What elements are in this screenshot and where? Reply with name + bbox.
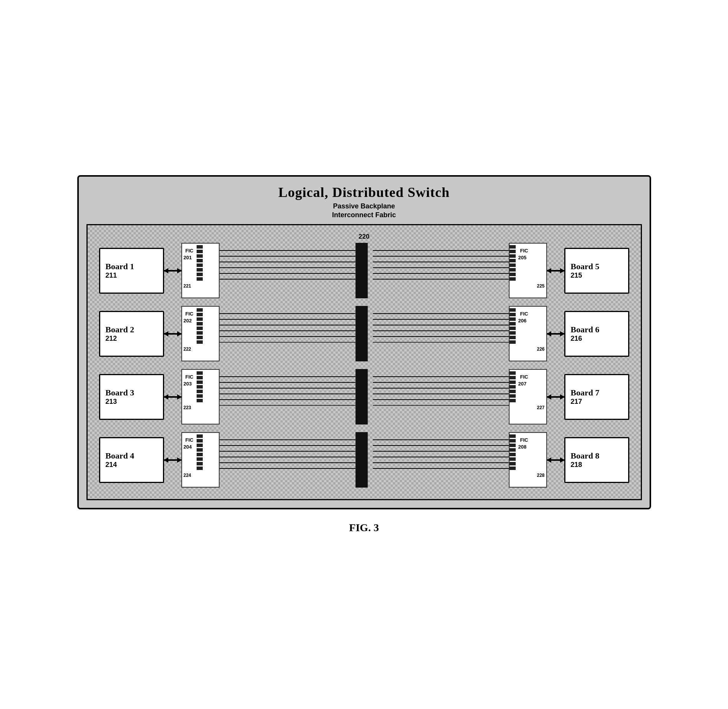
fic-202-label: FIC	[184, 310, 195, 318]
pin	[510, 453, 516, 456]
pin	[510, 263, 516, 267]
fic-203-label: FIC	[184, 373, 195, 381]
pin	[510, 385, 516, 389]
fic-207: FIC 207 227	[509, 369, 547, 424]
pin	[197, 385, 203, 389]
board-7-right-arrow	[547, 396, 564, 398]
fic-207-pins	[510, 370, 517, 404]
board-row-1: Board 1 211 FIC 201	[99, 243, 629, 298]
fic-205-label: FIC	[518, 247, 530, 255]
pin	[510, 250, 516, 253]
pin	[197, 327, 203, 330]
fic-201-num: 201	[184, 255, 195, 260]
pin	[197, 457, 203, 461]
board-2-label: Board 2	[106, 325, 134, 335]
pin	[197, 439, 203, 442]
fic-207-label: FIC	[518, 373, 530, 381]
interconnect-3	[220, 369, 509, 424]
board-6-label: Board 6	[571, 325, 599, 335]
pin	[510, 308, 516, 312]
svg-rect-13	[355, 306, 368, 361]
fic-206-label: FIC	[518, 310, 530, 318]
fic-204-num: 204	[184, 444, 195, 450]
board-2-left-arrow	[164, 333, 181, 335]
inner-crosshatch-area: 220 Board 1 211	[86, 224, 642, 500]
board-4-box: Board 4 214	[99, 437, 164, 483]
board-row-4: Board 4 214 FIC 204	[99, 432, 629, 488]
pin	[510, 245, 516, 249]
fic-202-num: 202	[184, 318, 195, 324]
pin	[510, 434, 516, 438]
pin	[510, 381, 516, 384]
pin	[197, 273, 203, 276]
fic-206: FIC 206 226	[509, 306, 547, 361]
pin	[197, 336, 203, 339]
pin	[510, 336, 516, 339]
fic-207-bottom-num: 227	[510, 404, 546, 411]
pin	[510, 317, 516, 321]
svg-rect-0	[355, 243, 368, 298]
board-1-box: Board 1 211	[99, 248, 164, 294]
pin	[510, 331, 516, 335]
pin	[510, 254, 516, 258]
pin	[510, 394, 516, 398]
pin	[197, 277, 203, 281]
fic-201-pins	[197, 244, 204, 283]
board-1-label: Board 1	[106, 262, 134, 272]
pin	[197, 381, 203, 384]
board-5-label: Board 5	[571, 262, 599, 272]
pin	[197, 434, 203, 438]
fic-202-pins	[197, 307, 204, 346]
interconnect-4	[220, 432, 509, 488]
fic-206-bottom-num: 226	[510, 346, 546, 353]
pin	[197, 317, 203, 321]
fic-201: FIC 201	[181, 243, 220, 298]
board-8-label: Board 8	[571, 451, 599, 461]
pin	[510, 268, 516, 272]
board-1-left-arrow	[164, 270, 181, 272]
fic-204-bottom-num: 224	[182, 472, 219, 479]
fic-205: FIC 205 225	[509, 243, 547, 298]
fic-203-bottom-num: 223	[182, 404, 219, 411]
board-5-right-arrow	[547, 270, 564, 272]
subtitle: Passive Backplane Interconnect Fabric	[86, 202, 642, 220]
board-4-left-arrow	[164, 459, 181, 461]
board-6-right-arrow	[547, 333, 564, 335]
board-5-extnum: 215	[571, 272, 582, 280]
fic-208-num: 208	[518, 444, 530, 450]
fic-203: FIC 203	[181, 369, 220, 424]
board-8-extnum: 218	[571, 461, 582, 469]
fig-caption: FIG. 3	[349, 522, 379, 534]
pin	[197, 263, 203, 267]
pin	[197, 245, 203, 249]
pin	[510, 439, 516, 442]
fic-206-pins	[510, 307, 517, 346]
pin	[197, 340, 203, 344]
board-6-extnum: 216	[571, 335, 582, 343]
pin	[510, 399, 516, 402]
fic-208-bottom-num: 228	[510, 472, 546, 479]
pin	[197, 394, 203, 398]
pin	[510, 259, 516, 262]
interconnect-1	[220, 243, 509, 298]
fic-204-pins	[197, 433, 204, 472]
pin	[510, 327, 516, 330]
pin	[197, 331, 203, 335]
fic-203-pins	[197, 370, 204, 404]
fic-202-bottom-num: 222	[182, 346, 219, 353]
pin	[510, 444, 516, 447]
interconnect-svg-3	[220, 369, 509, 424]
pin	[197, 308, 203, 312]
pin	[510, 273, 516, 276]
board-6-box: Board 6 216	[564, 311, 629, 357]
fic-204-label: FIC	[184, 436, 195, 444]
pin	[197, 313, 203, 316]
pin	[510, 376, 516, 379]
fic-205-bottom-num: 225	[510, 283, 546, 289]
pin	[197, 376, 203, 379]
pin	[197, 444, 203, 447]
pin	[197, 322, 203, 325]
board-8-box: Board 8 218	[564, 437, 629, 483]
top-num-label: 220	[358, 233, 369, 240]
pin	[510, 322, 516, 325]
